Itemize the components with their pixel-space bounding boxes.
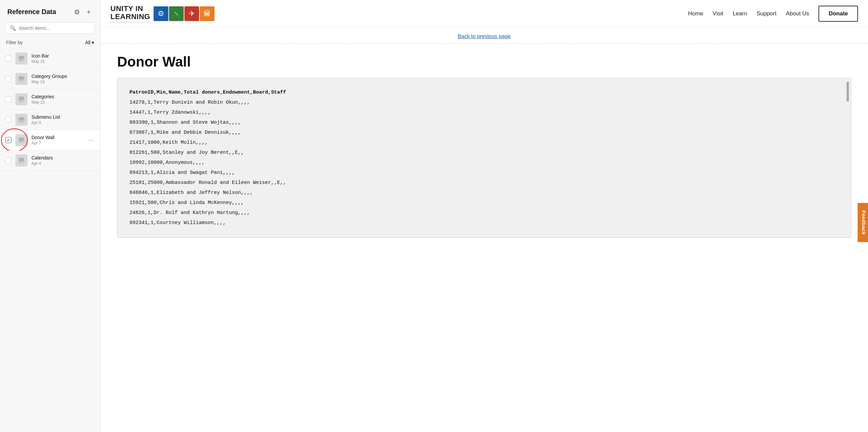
back-to-previous-link[interactable]: Back to previous page <box>458 33 510 39</box>
data-line-3: 883390,1,Shannon and Steve Wojtas,,,, <box>129 118 839 128</box>
item-name-icon-bar: Icon Bar <box>31 53 95 59</box>
item-checkbox-categories[interactable] <box>5 96 11 102</box>
item-info-submenu-list: Submenu ListApr 9 <box>31 114 95 125</box>
main-content: UNITY IN LEARNING ⚙ 🦎 ✈ 🏛 Home Visit Lea… <box>100 0 868 432</box>
svg-rect-8 <box>20 101 21 102</box>
item-date-icon-bar: May 16 <box>31 59 95 64</box>
scrollbar-thumb[interactable] <box>846 81 849 102</box>
item-info-category-groups: Category GroupsMay 16 <box>31 73 95 84</box>
item-thumbnail-submenu-list <box>16 114 27 126</box>
donor-data-box: PatronID,Min,Name,Total donors,Endowment… <box>117 78 851 238</box>
data-line-11: 15921,500,Chris and Linda McKenney,,,, <box>129 198 839 208</box>
list-item-calendars[interactable]: CalendarsApr 4 <box>0 151 100 171</box>
logo-area: UNITY IN LEARNING ⚙ 🦎 ✈ 🏛 <box>111 5 215 23</box>
item-checkbox-icon-bar[interactable] <box>5 56 11 62</box>
item-name-calendars: Calendars <box>31 155 95 161</box>
item-info-categories: CategoriesMay 15 <box>31 94 95 105</box>
filter-bar: Filter by All ▾ <box>0 38 100 48</box>
item-more-menu-donor-wall[interactable]: ··· <box>87 136 95 144</box>
svg-rect-4 <box>19 76 24 79</box>
nav-links: Home Visit Learn Support About Us Donate <box>688 6 858 22</box>
item-name-category-groups: Category Groups <box>31 73 95 79</box>
svg-rect-1 <box>19 56 24 59</box>
list-item-submenu-list[interactable]: Submenu ListApr 9 <box>0 110 100 130</box>
data-line-1: 14278,1,Terry Dunivin and Robin Okun,,,, <box>129 98 839 108</box>
content-area: Donor Wall PatronID,Min,Name,Total donor… <box>100 44 868 251</box>
item-thumbnail-donor-wall <box>16 134 27 146</box>
items-list: Icon BarMay 16Category GroupsMay 16Categ… <box>0 48 100 432</box>
logo-text: UNITY IN LEARNING <box>111 5 150 21</box>
list-item-donor-wall[interactable]: ✓Donor WallApr 7··· <box>0 130 100 151</box>
sidebar-header: Reference Data ⚙ ＋ <box>0 0 100 23</box>
donate-button[interactable]: Donate <box>818 6 858 22</box>
data-line-10: 848846,1,Elizabeth and Jeffrey Nelson,,,… <box>129 188 839 198</box>
item-info-calendars: CalendarsApr 4 <box>31 155 95 166</box>
nav-home[interactable]: Home <box>688 10 703 17</box>
item-date-categories: May 15 <box>31 100 95 105</box>
item-checkbox-calendars[interactable] <box>5 158 11 164</box>
data-lines: PatronID,Min,Name,Total donors,Endowment… <box>129 88 839 228</box>
item-date-calendars: Apr 4 <box>31 161 95 166</box>
data-line-0: PatronID,Min,Name,Total donors,Endowment… <box>129 88 839 98</box>
svg-rect-5 <box>20 80 21 81</box>
svg-rect-11 <box>20 121 21 122</box>
logo-square-blue: ⚙ <box>154 6 168 21</box>
svg-rect-16 <box>19 158 24 161</box>
sidebar: Reference Data ⚙ ＋ 🔍 Filter by All ▾ Ico… <box>0 0 100 432</box>
data-line-4: 873887,1,Mike and Debbie Dennisuk,,,, <box>129 128 839 138</box>
item-checkbox-submenu-list[interactable] <box>5 117 11 123</box>
svg-rect-2 <box>20 60 21 61</box>
nav-learn[interactable]: Learn <box>733 10 747 17</box>
item-info-donor-wall: Donor WallApr 7 <box>31 135 83 145</box>
item-checkbox-donor-wall[interactable]: ✓ <box>5 137 11 143</box>
list-item-icon-bar[interactable]: Icon BarMay 16 <box>0 48 100 69</box>
item-thumbnail-calendars <box>16 155 27 167</box>
chevron-down-icon: ▾ <box>92 40 94 45</box>
page-heading: Donor Wall <box>117 54 851 70</box>
item-info-icon-bar: Icon BarMay 16 <box>31 53 95 64</box>
item-date-category-groups: May 16 <box>31 79 95 84</box>
sidebar-icons: ⚙ ＋ <box>73 7 93 17</box>
data-line-6: 812261,500,Stanley and Joy Berent,,E,, <box>129 148 839 158</box>
data-line-7: 10992,10000,Anonymous,,,, <box>129 158 839 168</box>
search-input[interactable] <box>19 25 90 31</box>
data-line-13: 892341,1,Courtney Williamson,,,, <box>129 218 839 228</box>
list-item-category-groups[interactable]: Category GroupsMay 16 <box>0 69 100 89</box>
item-thumbnail-icon-bar <box>16 53 27 65</box>
data-line-12: 24626,1,Dr. Rolf and Kathryn Hartung,,,, <box>129 208 839 218</box>
item-thumbnail-category-groups <box>16 73 27 85</box>
add-icon-button[interactable]: ＋ <box>85 7 93 17</box>
logo-text-block: UNITY IN LEARNING <box>111 5 150 23</box>
item-thumbnail-categories <box>16 93 27 105</box>
logo-square-green: 🦎 <box>169 6 184 21</box>
settings-icon-button[interactable]: ⚙ <box>73 7 81 17</box>
svg-rect-13 <box>19 138 24 141</box>
sidebar-title: Reference Data <box>7 8 56 16</box>
item-date-submenu-list: Apr 9 <box>31 120 95 125</box>
nav-visit[interactable]: Visit <box>713 10 723 17</box>
list-item-categories[interactable]: CategoriesMay 15 <box>0 89 100 110</box>
search-icon: 🔍 <box>10 25 16 31</box>
back-link-bar: Back to previous page <box>100 27 868 44</box>
search-bar: 🔍 <box>5 23 95 34</box>
item-name-submenu-list: Submenu List <box>31 114 95 120</box>
filter-value: All <box>85 40 90 45</box>
item-checkbox-category-groups[interactable] <box>5 76 11 82</box>
item-date-donor-wall: Apr 7 <box>31 141 83 145</box>
feedback-tab[interactable]: Feedback <box>858 203 868 242</box>
nav-support[interactable]: Support <box>756 10 777 17</box>
data-line-9: 25101,25000,Ambassador Ronald and Eileen… <box>129 178 839 188</box>
top-navigation: UNITY IN LEARNING ⚙ 🦎 ✈ 🏛 Home Visit Lea… <box>100 0 868 27</box>
svg-rect-7 <box>19 97 24 100</box>
filter-dropdown[interactable]: All ▾ <box>85 40 94 45</box>
logo-square-orange: 🏛 <box>200 6 215 21</box>
logo-icon-box: ⚙ 🦎 ✈ 🏛 <box>154 6 215 21</box>
logo-square-red: ✈ <box>184 6 199 21</box>
item-name-donor-wall: Donor Wall <box>31 135 83 140</box>
page-body: Back to previous page Donor Wall PatronI… <box>100 27 868 432</box>
svg-rect-14 <box>20 141 21 142</box>
data-line-8: 894213,1,Alicia and Swagat Pani,,,, <box>129 168 839 178</box>
data-line-5: 21417,1000,Keith Molin,,,, <box>129 138 839 148</box>
nav-about-us[interactable]: About Us <box>786 10 809 17</box>
filter-label: Filter by <box>6 40 23 45</box>
